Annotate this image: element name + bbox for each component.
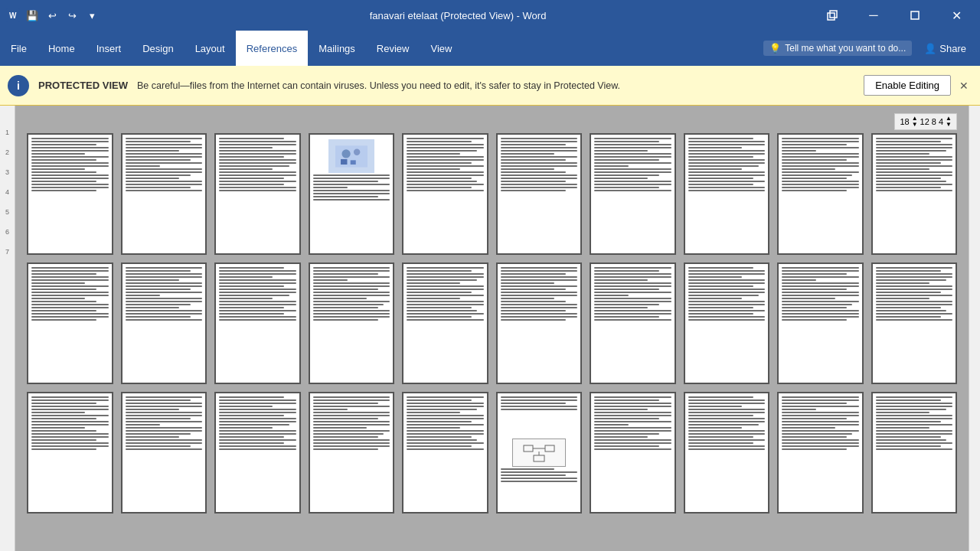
window-controls: ─ ✕ (815, 3, 974, 28)
page-text-lines (407, 396, 484, 509)
close-protected-bar-icon[interactable]: ✕ (956, 77, 972, 94)
page-text-lines (219, 138, 296, 250)
page-text-lines (313, 174, 390, 250)
page-thumbnail[interactable] (871, 262, 958, 384)
page-thumbnail[interactable] (402, 262, 488, 384)
page-text-lines (31, 267, 109, 380)
page-thumbnail[interactable] (590, 133, 676, 255)
tab-review[interactable]: Review (366, 31, 420, 66)
restore-down-icon[interactable] (815, 3, 850, 28)
page-text-lines (31, 396, 109, 509)
page-thumbnail[interactable] (777, 133, 864, 255)
protected-view-bar: i PROTECTED VIEW Be careful—files from t… (0, 66, 980, 106)
page-thumbnail[interactable] (214, 392, 301, 514)
page-text-lines (688, 138, 766, 250)
word-icon: W (6, 8, 20, 22)
tab-references[interactable]: References (236, 31, 308, 66)
lightbulb-icon: 💡 (769, 43, 781, 54)
page-thumbnail[interactable] (121, 392, 207, 514)
page-thumbnail[interactable] (309, 392, 395, 514)
page-text-lines (782, 267, 859, 380)
page-thumbnail[interactable] (496, 392, 583, 514)
zoom-value-12[interactable]: 12 (920, 117, 929, 126)
protected-label: PROTECTED VIEW (38, 80, 128, 91)
svg-rect-2 (828, 13, 835, 20)
undo-icon[interactable]: ↩ (43, 6, 61, 24)
tab-mailings[interactable]: Mailings (308, 31, 366, 66)
tab-home[interactable]: Home (38, 31, 86, 66)
page-text-lines-bottom (501, 468, 578, 509)
page-thumbnail[interactable] (590, 392, 676, 514)
zoom-spinner-1[interactable]: ▲ ▼ (912, 116, 918, 128)
page-thumbnail[interactable] (402, 133, 488, 255)
page-text-lines (782, 138, 859, 250)
redo-icon[interactable]: ↪ (63, 6, 81, 24)
zoom-value-8[interactable]: 8 (932, 117, 936, 126)
page-diagram (512, 439, 566, 467)
quick-access-toolbar: 💾 ↩ ↪ ▾ (23, 6, 101, 24)
page-text-lines (688, 396, 766, 509)
left-ruler: 1 2 3 4 5 6 7 (0, 106, 15, 551)
page-thumbnail[interactable] (121, 262, 207, 384)
content-area: 1 2 3 4 5 6 7 18 ▲ ▼ 12 8 4 ▲ ▼ (0, 106, 980, 551)
page-thumbnail[interactable] (214, 133, 301, 255)
tab-file[interactable]: File (0, 31, 38, 66)
pages-area[interactable]: 18 ▲ ▼ 12 8 4 ▲ ▼ (15, 106, 969, 551)
share-button[interactable]: 👤 Share (918, 40, 972, 57)
zoom-value-18[interactable]: 18 (900, 117, 909, 126)
page-thumbnail[interactable] (402, 392, 488, 514)
search-box[interactable]: 💡 Tell me what you want to do... (763, 41, 912, 56)
page-text-lines (782, 396, 859, 509)
page-thumbnail[interactable] (496, 133, 583, 255)
close-button[interactable]: ✕ (939, 3, 974, 28)
page-text-lines (594, 138, 671, 250)
page-thumbnail[interactable] (27, 392, 113, 514)
page-text-lines (688, 267, 766, 380)
tab-design[interactable]: Design (132, 31, 184, 66)
svg-rect-12 (534, 455, 544, 461)
page-text-lines (876, 267, 953, 380)
page-thumbnail[interactable] (871, 392, 958, 514)
zoom-controls: 18 ▲ ▼ 12 8 4 ▲ ▼ (894, 113, 957, 130)
maximize-button[interactable] (897, 3, 933, 28)
svg-rect-9 (350, 160, 355, 165)
enable-editing-button[interactable]: Enable Editing (864, 75, 951, 96)
page-thumbnail[interactable] (121, 133, 207, 255)
search-text: Tell me what you want to do... (785, 43, 906, 54)
page-thumbnail[interactable] (871, 133, 958, 255)
svg-rect-10 (524, 445, 533, 452)
page-thumbnail[interactable] (590, 262, 676, 384)
page-thumbnail[interactable] (496, 262, 583, 384)
page-thumbnail[interactable] (214, 262, 301, 384)
page-text-lines (313, 396, 390, 509)
zoom-value-4[interactable]: 4 (939, 117, 943, 126)
minimize-button[interactable]: ─ (856, 3, 891, 28)
page-thumbnail[interactable] (309, 262, 395, 384)
page-text-lines (126, 396, 203, 509)
ribbon: File Home Insert Design Layout Reference… (0, 31, 980, 66)
tab-insert[interactable]: Insert (86, 31, 132, 66)
page-thumbnail[interactable] (309, 133, 395, 255)
page-text-lines (126, 267, 203, 380)
page-thumbnail[interactable] (27, 133, 113, 255)
zoom-spinner-2[interactable]: ▲ ▼ (946, 116, 952, 128)
page-thumbnail[interactable] (27, 262, 113, 384)
page-text-lines (501, 138, 578, 250)
window-title: fanavari etelaat (Protected View) - Word (101, 10, 815, 21)
tab-layout[interactable]: Layout (185, 31, 236, 66)
save-icon[interactable]: 💾 (23, 6, 41, 24)
page-text-lines (407, 138, 484, 250)
svg-rect-8 (341, 159, 347, 165)
page-text-lines (407, 267, 484, 380)
page-thumbnail[interactable] (684, 133, 770, 255)
page-thumbnail[interactable] (684, 262, 770, 384)
page-text-lines (594, 267, 671, 380)
right-scrollbar[interactable] (969, 106, 980, 551)
tab-view[interactable]: View (420, 31, 462, 66)
customize-quick-access-icon[interactable]: ▾ (83, 6, 101, 24)
page-thumbnail[interactable] (684, 392, 770, 514)
page-thumbnail[interactable] (777, 392, 864, 514)
page-thumbnail[interactable] (777, 262, 864, 384)
protected-message: Be careful—files from the Internet can c… (137, 80, 854, 91)
svg-rect-11 (545, 445, 554, 452)
